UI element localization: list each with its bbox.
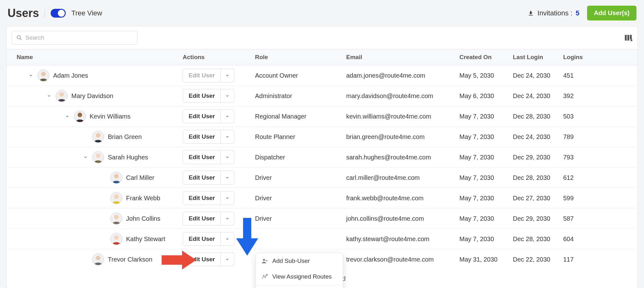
actions-cell: Edit User [183, 150, 255, 164]
edit-user-button[interactable]: Edit User [183, 109, 221, 123]
expand-chevron-icon[interactable] [83, 154, 88, 160]
svg-point-11 [78, 113, 82, 117]
avatar [74, 110, 86, 122]
edit-user-button[interactable]: Edit User [183, 130, 221, 144]
svg-point-7 [41, 72, 46, 76]
user-name: Kathy Stewart [126, 235, 165, 243]
last-login-cell: Dec 28, 2030 [513, 113, 563, 120]
user-name: John Collins [126, 215, 160, 222]
user-name: Frank Webb [126, 195, 160, 202]
logins-cell: 612 [563, 174, 598, 181]
logins-cell: 117 [563, 256, 598, 263]
edit-user-button[interactable]: Edit User [183, 89, 221, 103]
row-actions-dropdown-button[interactable] [221, 69, 234, 82]
col-header-email: Email [346, 54, 459, 61]
table-row: John CollinsEdit UserDriverjohn.collins@… [7, 208, 637, 229]
created-cell: May 7, 2030 [459, 195, 513, 202]
row-actions-dropdown-button[interactable] [221, 89, 234, 103]
edit-user-button[interactable]: Edit User [183, 69, 221, 82]
menu-view-routes[interactable]: View Assigned Routes [256, 269, 343, 285]
name-cell: Adam Jones [7, 69, 183, 81]
svg-point-13 [96, 133, 100, 137]
created-cell: May 7, 2030 [459, 113, 513, 120]
name-cell: John Collins [7, 213, 183, 224]
svg-point-23 [114, 235, 119, 240]
user-name: Brian Green [108, 133, 142, 141]
name-cell: Trevor Clarkson [7, 253, 183, 265]
logins-cell: 789 [563, 133, 598, 141]
col-header-logins: Logins [563, 54, 598, 61]
menu-delete[interactable]: Delete [256, 286, 343, 288]
search-input[interactable] [25, 34, 133, 41]
avatar [92, 131, 104, 143]
row-actions-dropdown-button[interactable] [221, 171, 234, 185]
row-actions-dropdown-button[interactable] [221, 212, 234, 225]
download-tray-icon [527, 10, 534, 17]
invitations-link[interactable]: Invitations : 5 [527, 9, 580, 17]
expand-chevron-icon[interactable] [28, 73, 34, 78]
edit-user-button[interactable]: Edit User [183, 171, 221, 185]
tree-view-toggle[interactable] [51, 9, 66, 18]
email-cell: carl.miller@route4me.com [346, 174, 459, 181]
role-cell: Driver [255, 195, 346, 202]
actions-cell: Edit User [183, 89, 255, 103]
menu-add-sub-user[interactable]: Add Sub-User [256, 253, 343, 269]
avatar [110, 233, 122, 245]
col-header-actions: Actions [183, 54, 255, 61]
row-actions-dropdown-button[interactable] [221, 252, 234, 266]
expand-chevron-icon[interactable] [46, 93, 52, 99]
user-name: Sarah Hughes [108, 154, 148, 161]
table-row: Frank WebbEdit UserDriverfrank.webb@rout… [7, 188, 637, 208]
created-cell: May 7, 2030 [459, 235, 513, 243]
search-input-wrapper[interactable] [12, 31, 137, 45]
table-row: Adam JonesEdit UserAccount Owneradam.jon… [7, 65, 637, 86]
row-actions-dropdown-button[interactable] [221, 191, 234, 205]
menu-add-sub-user-label: Add Sub-User [272, 258, 310, 264]
avatar [92, 151, 104, 163]
col-header-name: Name [7, 54, 183, 61]
edit-user-button[interactable]: Edit User [183, 212, 221, 225]
svg-point-26 [263, 259, 265, 261]
created-cell: May 7, 2030 [459, 154, 513, 161]
user-name: Adam Jones [53, 72, 88, 79]
row-actions-dropdown-button[interactable] [221, 130, 234, 144]
expand-chevron-icon[interactable] [64, 114, 70, 119]
role-cell: Account Owner [255, 72, 346, 79]
table-row: Kathy StewartEdit Userkathy.stewart@rout… [7, 229, 637, 249]
last-login-cell: Dec 24, 2030 [513, 72, 563, 79]
column-settings-icon[interactable] [625, 34, 632, 41]
role-cell: Dispatcher [255, 154, 346, 161]
avatar [110, 192, 122, 204]
row-actions-dropdown-button[interactable] [221, 232, 234, 246]
table-row: Sarah HughesEdit UserDispatchersarah.hug… [7, 147, 637, 168]
table-row: Brian GreenEdit UserRoute Plannerbrian.g… [7, 127, 637, 147]
annotation-arrow-red [160, 249, 198, 271]
role-cell: Administrator [255, 92, 346, 100]
name-cell: Carl Miller [7, 172, 183, 184]
role-cell: Driver [255, 174, 346, 181]
row-actions-dropdown-button[interactable] [221, 150, 234, 164]
page-title: Users [8, 7, 39, 20]
edit-user-button[interactable]: Edit User [183, 232, 221, 246]
last-login-cell: Dec 22, 2030 [513, 256, 563, 263]
edit-user-button[interactable]: Edit User [183, 150, 221, 164]
row-actions-dropdown-button[interactable] [221, 109, 234, 123]
table-row: Carl MillerEdit UserDrivercarl.miller@ro… [7, 168, 637, 188]
name-cell: Mary Davidson [7, 90, 183, 102]
add-user-button[interactable]: Add User(s) [587, 6, 636, 20]
last-login-cell: Dec 27, 2030 [513, 195, 563, 202]
actions-cell: Edit User [183, 171, 255, 185]
logins-cell: 392 [563, 92, 598, 100]
user-name: Kevin Williams [90, 113, 130, 120]
last-login-cell: Dec 28, 2030 [513, 235, 563, 243]
role-cell: Route Planner [255, 133, 346, 141]
avatar [56, 90, 68, 102]
actions-cell: Edit User [183, 130, 255, 144]
invitations-label: Invitations : [537, 9, 572, 17]
col-header-created: Created On [459, 54, 513, 61]
edit-user-button[interactable]: Edit User [183, 191, 221, 205]
svg-rect-2 [625, 35, 627, 41]
actions-cell: Edit User [183, 109, 255, 123]
routes-icon [262, 274, 268, 280]
last-login-cell: Dec 28, 2030 [513, 174, 563, 181]
